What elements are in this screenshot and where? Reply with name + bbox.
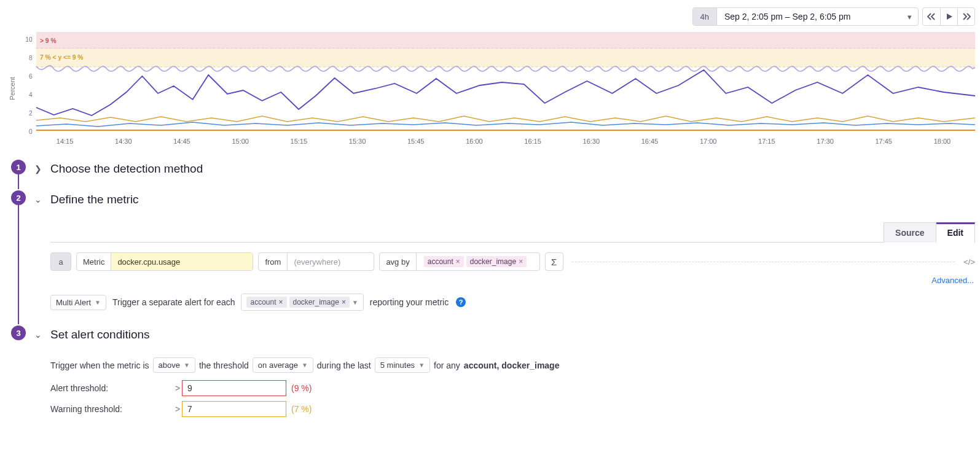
advanced-link[interactable]: Advanced... <box>50 276 975 285</box>
metric-label: Metric <box>77 253 111 270</box>
warning-threshold-band <box>36 49 975 67</box>
alert-threshold-note: (9 %) <box>286 383 975 393</box>
time-step-forward-icon[interactable] <box>957 8 974 25</box>
svg-text:2: 2 <box>29 110 33 117</box>
time-range-display[interactable]: Sep 2, 2:05 pm – Sep 2, 6:05 pm <box>717 12 901 21</box>
metric-editor-tabs: Source Edit <box>50 222 975 243</box>
step-header[interactable]: ⌄ Define the metric <box>50 193 975 206</box>
group-pill-docker-image: docker_image× <box>289 297 350 308</box>
alert-threshold-input[interactable] <box>182 380 286 396</box>
chart-svg: 0 2 4 6 8 10 > 9 % 7 % < y <= 9 % <box>16 32 975 135</box>
warning-threshold-note: (7 %) <box>286 404 975 414</box>
greater-than-symbol: > <box>173 383 182 393</box>
metric-chart[interactable]: Percent 0 2 4 6 8 10 > 9 % 7 % < y <= 9 … <box>7 32 975 145</box>
remove-tag-icon[interactable]: × <box>279 298 283 306</box>
time-window-select[interactable]: 5 minutes▼ <box>375 357 430 373</box>
chevron-down-icon: ⌄ <box>33 330 43 340</box>
step-header[interactable]: ⌄ Set alert conditions <box>50 328 975 341</box>
aggregation-window-select[interactable]: on average▼ <box>253 357 313 373</box>
remove-tag-icon[interactable]: × <box>342 298 346 306</box>
series-dark-purple <box>36 70 975 115</box>
step-define-metric: 2 ⌄ Define the metric Source Edit a Metr… <box>11 187 975 322</box>
help-icon[interactable]: ? <box>456 297 466 307</box>
from-scope-group[interactable]: from (everywhere) <box>258 252 374 271</box>
time-range-picker[interactable]: 4h Sep 2, 2:05 pm – Sep 2, 6:05 pm ▾ <box>692 7 919 26</box>
series-gold <box>36 116 975 122</box>
chevron-down-icon: ⌄ <box>33 195 43 205</box>
alert-band-label: > 9 % <box>40 37 57 44</box>
group-pill-account: account× <box>246 297 286 308</box>
chart-y-axis-label: Percent <box>7 32 16 145</box>
warning-threshold-input[interactable] <box>182 401 286 417</box>
svg-text:8: 8 <box>29 55 33 61</box>
sigma-function-button[interactable]: Σ <box>545 252 563 271</box>
step-title: Define the metric <box>50 193 139 206</box>
alert-type-row: Multi Alert▼ Trigger a separate alert fo… <box>50 294 975 311</box>
comparator-select[interactable]: above▼ <box>153 357 195 373</box>
caret-down-icon: ▼ <box>352 299 358 306</box>
remove-tag-icon[interactable]: × <box>519 257 523 266</box>
tab-source[interactable]: Source <box>884 222 936 243</box>
metric-select-group[interactable]: Metric docker.cpu.usage <box>76 252 253 271</box>
trigger-condition-line: Trigger when the metric is above▼ the th… <box>50 357 975 373</box>
query-row-filler <box>572 262 955 262</box>
remove-tag-icon[interactable]: × <box>456 257 460 266</box>
svg-text:4: 4 <box>29 92 33 98</box>
tag-pill-docker-image[interactable]: docker_image× <box>466 256 527 267</box>
aggregation-group[interactable]: avg by account× docker_image× <box>379 252 539 271</box>
alert-type-select[interactable]: Multi Alert▼ <box>50 295 106 310</box>
warn-band-label: 7 % < y <= 9 % <box>40 54 83 61</box>
chevron-right-icon: ❯ <box>33 164 43 174</box>
alert-group-select[interactable]: account× docker_image× ▼ <box>241 294 363 311</box>
alert-type-text-after: reporting your metric <box>370 297 449 307</box>
time-preset-button[interactable]: 4h <box>693 8 717 25</box>
query-letter-badge[interactable]: a <box>50 252 71 271</box>
svg-text:6: 6 <box>29 73 33 80</box>
tab-edit[interactable]: Edit <box>936 222 975 243</box>
step-title: Set alert conditions <box>50 328 150 341</box>
group-by-summary: account, docker_image <box>464 361 560 370</box>
greater-than-symbol: > <box>173 404 182 414</box>
step-detection-method: 1 ❯ Choose the detection method <box>11 156 975 187</box>
time-nav-buttons <box>922 7 975 26</box>
time-range-bar: 4h Sep 2, 2:05 pm – Sep 2, 6:05 pm ▾ <box>7 7 975 26</box>
svg-text:10: 10 <box>25 36 33 43</box>
step-number-badge: 3 <box>11 326 26 340</box>
step-number-badge: 2 <box>11 190 26 205</box>
step-title: Choose the detection method <box>50 162 203 176</box>
warning-threshold-label: Warning threshold: <box>50 404 173 414</box>
from-scope-input[interactable]: (everywhere) <box>288 253 374 270</box>
step-header[interactable]: ❯ Choose the detection method <box>50 162 975 176</box>
code-toggle-icon[interactable]: </> <box>963 257 975 267</box>
step-alert-conditions: 3 ⌄ Set alert conditions Trigger when th… <box>11 322 975 428</box>
metric-query-row: a Metric docker.cpu.usage from (everywhe… <box>50 252 975 271</box>
caret-down-icon: ▼ <box>95 299 101 306</box>
aggregation-label: avg by <box>380 253 416 270</box>
time-play-icon[interactable] <box>940 8 957 25</box>
time-range-caret-icon[interactable]: ▾ <box>901 12 918 21</box>
series-blue <box>36 122 975 127</box>
tag-pill-account[interactable]: account× <box>424 256 464 267</box>
step-number-badge: 1 <box>11 160 26 174</box>
metric-name-input[interactable]: docker.cpu.usage <box>111 253 253 270</box>
alert-threshold-label: Alert threshold: <box>50 383 173 393</box>
time-step-back-icon[interactable] <box>923 8 940 25</box>
aggregation-tags[interactable]: account× docker_image× <box>417 253 539 270</box>
alert-type-text-before: Trigger a separate alert for each <box>112 297 235 307</box>
chart-x-ticks: 14:1514:30 14:4515:00 15:1515:30 15:4516… <box>16 138 975 145</box>
svg-text:0: 0 <box>29 128 33 135</box>
from-label: from <box>259 253 288 270</box>
alert-threshold-band <box>36 32 975 49</box>
